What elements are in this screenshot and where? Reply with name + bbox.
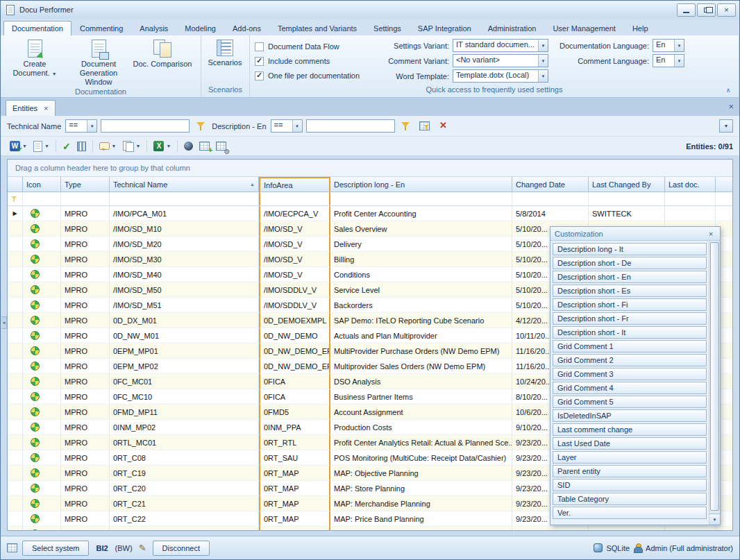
menu-tab-documentation[interactable]: Documentation bbox=[3, 21, 72, 35]
menu-tab-add-ons[interactable]: Add-ons bbox=[224, 21, 269, 35]
column-header-icon[interactable]: Icon bbox=[23, 177, 61, 192]
doc-comparison-button[interactable]: Doc. Comparison bbox=[131, 37, 194, 69]
customization-item[interactable]: Grid Comment 1 bbox=[553, 340, 707, 353]
close-documents-button[interactable]: × bbox=[728, 102, 734, 111]
checkbox-checked-icon[interactable] bbox=[255, 57, 264, 66]
customization-item[interactable]: Description short - Es bbox=[553, 285, 707, 297]
edit-system-icon[interactable]: ✎ bbox=[139, 543, 146, 553]
validate-button[interactable]: ✓ bbox=[60, 139, 74, 154]
sphere-button[interactable] bbox=[181, 139, 196, 154]
comment-variant-dropdown[interactable]: <No variant>▼ bbox=[453, 54, 548, 67]
group-by-area[interactable]: Drag a column header here to group by th… bbox=[8, 160, 732, 177]
tab-entities[interactable]: Entities × bbox=[6, 100, 56, 116]
table-row[interactable]: ▶MPRO/IMO/PCA_M01/IMO/ECPCA_VProfit Cent… bbox=[8, 206, 732, 221]
customization-item[interactable]: IsDeletedInSAP bbox=[553, 409, 707, 422]
filter-cell[interactable] bbox=[259, 192, 330, 205]
comment-language-dropdown[interactable]: En▼ bbox=[653, 54, 684, 67]
menu-tab-modeling[interactable]: Modeling bbox=[176, 21, 224, 35]
customization-item[interactable]: Description short - En bbox=[553, 271, 707, 283]
column-header-description[interactable]: Description long - En bbox=[330, 177, 512, 192]
excel-export-button[interactable]: X▼ bbox=[151, 139, 174, 154]
menu-tab-analysis[interactable]: Analysis bbox=[131, 21, 176, 35]
filter-cell[interactable] bbox=[110, 192, 259, 205]
table-settings-button[interactable]: ⚙ bbox=[213, 139, 229, 154]
filter-cell[interactable] bbox=[61, 192, 110, 205]
menu-tab-settings[interactable]: Settings bbox=[365, 21, 410, 35]
menu-tab-sap-integration[interactable]: SAP Integration bbox=[410, 21, 480, 35]
word-export-button[interactable]: W▼ bbox=[7, 139, 30, 154]
document-generation-window-button[interactable]: Document Generation Window bbox=[67, 37, 131, 87]
filter-cell[interactable] bbox=[512, 192, 589, 205]
customization-item[interactable]: Table Category bbox=[553, 493, 707, 505]
document-export-button[interactable]: ▼ bbox=[31, 139, 52, 154]
filter-cell[interactable] bbox=[23, 192, 61, 205]
settings-variant-dropdown[interactable]: IT standard documen...▼ bbox=[453, 39, 548, 52]
column-header-changed-date[interactable]: Changed Date bbox=[512, 177, 589, 192]
ribbon-collapse-button[interactable]: ∧ bbox=[723, 85, 734, 95]
customization-item[interactable]: Description short - De bbox=[553, 257, 707, 269]
columns-button[interactable] bbox=[74, 139, 89, 154]
disconnect-button[interactable]: Disconnect bbox=[153, 541, 210, 556]
technical-name-filter-input[interactable] bbox=[101, 119, 190, 133]
edit-filter-button[interactable] bbox=[193, 119, 208, 134]
customization-item[interactable]: Description short - Fi bbox=[553, 298, 707, 311]
customization-item[interactable]: Grid Comment 5 bbox=[553, 396, 707, 408]
panel-icon[interactable] bbox=[7, 543, 17, 552]
compare-versions-button[interactable]: ▼ bbox=[120, 139, 144, 154]
column-header-technical-name[interactable]: Technical Name▲ bbox=[110, 177, 259, 192]
customization-item[interactable]: Parent entity bbox=[553, 465, 707, 477]
customization-item[interactable]: Last Used Date bbox=[553, 437, 707, 450]
expand-filter-button[interactable]: ▼ bbox=[719, 119, 733, 133]
customization-item[interactable]: Ver. bbox=[553, 507, 707, 519]
column-header-last-changed-by[interactable]: Last Changed By bbox=[589, 177, 665, 192]
word-template-dropdown[interactable]: Template.dotx (Local)▼ bbox=[453, 69, 548, 83]
checkbox-document-data-flow[interactable]: Document Data Flow bbox=[255, 40, 373, 53]
customization-item[interactable]: Grid Comment 3 bbox=[553, 368, 707, 380]
checkbox-include-comments[interactable]: Include comments bbox=[255, 55, 373, 67]
column-header-last-doc[interactable]: Last doc. bbox=[665, 177, 716, 192]
maximize-button[interactable] bbox=[697, 3, 716, 17]
customization-item[interactable]: Last comment change bbox=[553, 423, 707, 436]
checkbox-one-file-per-documentation[interactable]: One file per documentation bbox=[255, 69, 373, 82]
menu-tab-help[interactable]: Help bbox=[624, 21, 657, 35]
filter-cell[interactable] bbox=[665, 192, 716, 205]
create-document-button[interactable]: Create Document.▼ bbox=[3, 37, 67, 79]
checkbox-checked-icon[interactable] bbox=[255, 71, 264, 80]
technical-name-operator-dropdown[interactable]: == ▼ bbox=[65, 119, 97, 133]
select-system-button[interactable]: Select system bbox=[22, 541, 89, 556]
customization-item[interactable]: Description long - It bbox=[553, 243, 707, 255]
description-filter-input[interactable] bbox=[306, 119, 395, 133]
collapse-panel-arrow[interactable]: ◄ bbox=[1, 316, 7, 329]
customization-item[interactable]: Layer bbox=[553, 451, 707, 464]
apply-filter-button[interactable] bbox=[398, 119, 414, 134]
scenarios-button[interactable]: Scenarios bbox=[203, 37, 246, 68]
add-table-button[interactable]: + bbox=[196, 139, 212, 154]
filter-editor-button[interactable] bbox=[417, 119, 432, 134]
close-button[interactable]: × bbox=[717, 3, 736, 17]
scroll-down-button[interactable]: ▼ bbox=[709, 514, 720, 525]
customization-item[interactable]: Grid Comment 4 bbox=[553, 382, 707, 394]
comments-button[interactable]: ▼ bbox=[96, 139, 119, 154]
customization-item[interactable]: SID bbox=[553, 479, 707, 491]
scrollbar-thumb[interactable] bbox=[710, 242, 719, 511]
column-header-type[interactable]: Type bbox=[61, 177, 110, 192]
customization-scrollbar[interactable]: ▼ bbox=[709, 241, 720, 525]
documentation-language-dropdown[interactable]: En▼ bbox=[653, 39, 684, 52]
table-row[interactable]: MPRO0RT_C500RT_FCStore Controlling9/23/2… bbox=[8, 527, 732, 530]
minimize-button[interactable] bbox=[677, 3, 696, 17]
column-header-infoarea[interactable]: InfoArea bbox=[259, 177, 330, 192]
menu-tab-commenting[interactable]: Commenting bbox=[72, 21, 131, 35]
menu-tab-user-management[interactable]: User Management bbox=[544, 21, 624, 35]
customization-item[interactable]: Description short - Fr bbox=[553, 312, 707, 325]
customization-item[interactable]: Grid Comment 2 bbox=[553, 354, 707, 366]
clear-filter-button[interactable]: ✕ bbox=[436, 119, 451, 134]
menu-tab-administration[interactable]: Administration bbox=[480, 21, 545, 35]
description-operator-dropdown[interactable]: == ▼ bbox=[271, 119, 303, 133]
checkbox-unchecked-icon[interactable] bbox=[255, 42, 264, 51]
customization-item[interactable]: Description short - It bbox=[553, 326, 707, 339]
menu-tab-templates-and-variants[interactable]: Templates and Variants bbox=[269, 21, 365, 35]
filter-cell[interactable] bbox=[330, 192, 512, 205]
customization-close-button[interactable]: × bbox=[706, 230, 716, 238]
filter-cell[interactable] bbox=[589, 192, 665, 205]
tab-close-icon[interactable]: × bbox=[44, 104, 48, 112]
